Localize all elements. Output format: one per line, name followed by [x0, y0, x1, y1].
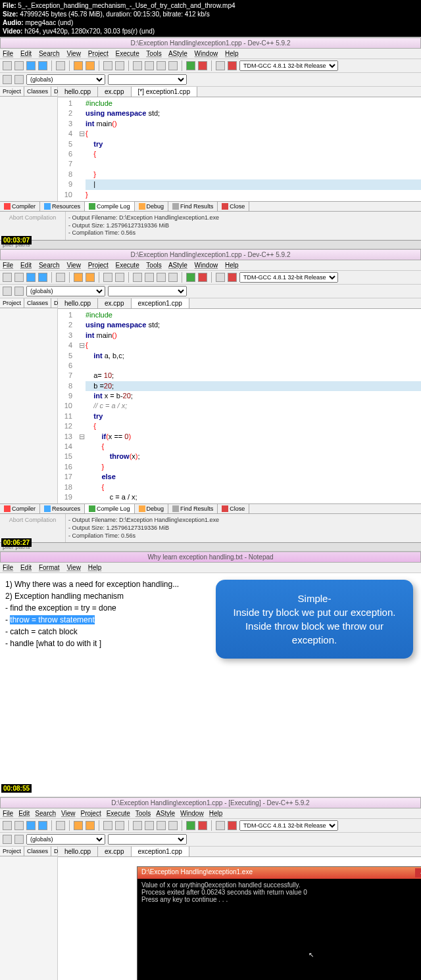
code-line[interactable]: 3int main() [58, 331, 421, 340]
code-line[interactable]: 12 { [58, 421, 421, 431]
menubar[interactable]: File Edit Format View Help [0, 563, 421, 573]
code-line[interactable]: 13⊟ if(x == 0) [58, 432, 421, 442]
tab-project[interactable]: Project [0, 87, 24, 96]
forward-icon[interactable] [14, 75, 24, 84]
redo-icon[interactable] [86, 821, 95, 830]
compiler-select[interactable]: TDM-GCC 4.8.1 32-bit Release [239, 272, 338, 283]
code-line[interactable]: 17 else [58, 472, 421, 482]
back-icon[interactable] [3, 835, 12, 844]
tab-classes[interactable]: Classes [24, 87, 51, 96]
globals-select[interactable]: (globals) [26, 74, 105, 85]
new-icon[interactable] [3, 821, 12, 830]
save-icon[interactable] [26, 273, 36, 282]
profile-icon[interactable] [216, 821, 225, 830]
btab-compilelog[interactable]: Compile Log [85, 202, 135, 211]
code-line[interactable]: 5 try [58, 139, 421, 149]
filetab-exception1[interactable]: exception1.cpp [132, 847, 189, 856]
code-line[interactable]: 7 a= 10; [58, 371, 421, 381]
back-icon[interactable] [3, 75, 12, 84]
code-line[interactable]: 14 { [58, 442, 421, 452]
menu-window[interactable]: Window [195, 262, 218, 269]
save-icon[interactable] [26, 61, 36, 70]
undo-icon[interactable] [74, 273, 83, 282]
code-line[interactable]: 8 } [58, 170, 421, 179]
minimize-icon[interactable]: – [415, 868, 421, 877]
btab-debug[interactable]: Debug [135, 202, 169, 211]
code-line[interactable]: 15 throw(x); [58, 452, 421, 461]
code-line[interactable]: 16 } [58, 462, 421, 472]
code-line[interactable]: 2using namespace std; [58, 320, 421, 330]
btab-close[interactable]: Close [218, 202, 249, 211]
menu-file[interactable]: File [3, 564, 13, 571]
notepad-textarea[interactable]: 1) Why there was a need for exception ha… [0, 573, 421, 797]
code-line[interactable]: 5 int a, b,c; [58, 351, 421, 361]
open-icon[interactable] [14, 273, 24, 282]
compile-icon[interactable] [133, 273, 142, 282]
menu-search[interactable]: Search [39, 50, 60, 57]
rebuild-icon[interactable] [168, 273, 178, 282]
code-line[interactable]: 6 { [58, 149, 421, 159]
forward-icon[interactable] [14, 835, 24, 844]
scope-select[interactable] [108, 286, 187, 296]
menu-window[interactable]: Window [195, 50, 218, 57]
menu-tools[interactable]: Tools [146, 50, 161, 57]
menu-edit[interactable]: Edit [20, 564, 32, 571]
filetab-exception1[interactable]: exception1.cpp [132, 298, 189, 308]
forward-icon[interactable] [14, 287, 24, 296]
menubar[interactable]: File Edit Search View Project Execute To… [0, 49, 421, 59]
menu-astyle[interactable]: AStyle [168, 50, 187, 57]
code-line[interactable]: 8 b =20; [58, 381, 421, 391]
code-line[interactable]: 7 [58, 159, 421, 169]
menu-help[interactable]: Help [225, 50, 239, 57]
compile-run-icon[interactable] [157, 821, 166, 830]
globals-select[interactable]: (globals) [26, 286, 105, 296]
menu-tools[interactable]: Tools [146, 262, 161, 269]
code-line[interactable]: 4⊟{ [58, 340, 421, 350]
menu-view[interactable]: View [66, 564, 81, 571]
open-icon[interactable] [14, 821, 24, 830]
debug-icon[interactable] [186, 61, 195, 70]
replace-icon[interactable] [115, 821, 124, 830]
menubar[interactable]: FileEditSearchViewProjectExecuteToolsASt… [0, 808, 421, 819]
new-icon[interactable] [3, 273, 12, 282]
scope-select[interactable] [108, 834, 187, 845]
code-line[interactable]: 9 int x = b-20; [58, 391, 421, 401]
redo-icon[interactable] [86, 273, 95, 282]
save-icon[interactable] [26, 821, 36, 830]
filetab-hello[interactable]: hello.cpp [58, 847, 98, 856]
compile-run-icon[interactable] [157, 273, 166, 282]
project-sidebar[interactable]: Project Classes Debug [0, 87, 58, 201]
filetab-hello[interactable]: hello.cpp [58, 298, 98, 308]
code-editor[interactable]: hello.cpp ex.cpp [*] exception1.cpp 1#in… [58, 87, 421, 201]
delete-icon[interactable] [228, 61, 237, 70]
code-line[interactable]: 1#include [58, 310, 421, 320]
code-editor[interactable]: hello.cpp ex.cpp exception1.cpp 1#includ… [58, 298, 421, 503]
btab-debug[interactable]: Debug [135, 504, 169, 513]
code-line[interactable]: 19 c = a / x; [58, 492, 421, 502]
run-icon[interactable] [145, 821, 154, 830]
find-icon[interactable] [103, 61, 112, 70]
btab-findresults[interactable]: Find Results [168, 202, 218, 211]
code-line[interactable]: 10} [58, 190, 421, 200]
code-line[interactable]: 9 | [58, 179, 421, 189]
code-line[interactable]: 3int main() [58, 119, 421, 129]
code-line[interactable]: 4⊟{ [58, 129, 421, 139]
project-sidebar[interactable]: ProjectClassesDebug [0, 847, 58, 980]
menu-search[interactable]: Search [39, 262, 60, 269]
undo-icon[interactable] [74, 61, 83, 70]
compile-run-icon[interactable] [157, 61, 166, 70]
menu-help[interactable]: Help [88, 564, 102, 571]
print-icon[interactable] [56, 821, 65, 830]
rebuild-icon[interactable] [168, 821, 178, 830]
btab-close[interactable]: Close [218, 504, 249, 513]
compile-icon[interactable] [133, 821, 142, 830]
menu-format[interactable]: Format [39, 564, 60, 571]
console-titlebar[interactable]: D:\Exception Handling\exception1.exe –□✕ [137, 867, 421, 879]
scope-select[interactable] [108, 74, 187, 85]
stop-icon[interactable] [198, 273, 207, 282]
compiler-select[interactable]: TDM-GCC 4.8.1 32-bit Release [239, 60, 338, 71]
saveall-icon[interactable] [38, 821, 47, 830]
stop-icon[interactable] [198, 61, 207, 70]
code-editor[interactable]: hello.cpp ex.cpp exception1.cpp D:\Excep… [58, 847, 421, 980]
menu-project[interactable]: Project [88, 50, 109, 57]
